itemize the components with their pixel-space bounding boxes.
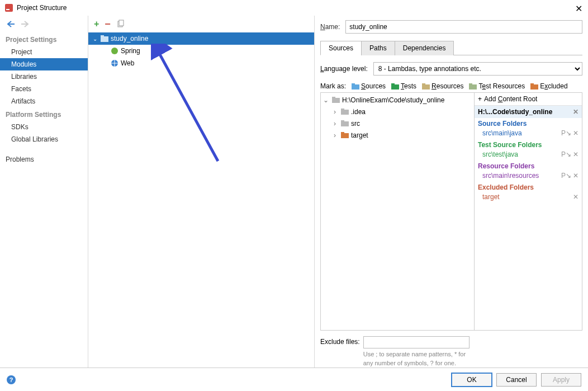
cancel-button[interactable]: Cancel [496,373,537,387]
mark-as-label: Mark as: [320,82,346,90]
language-level-select[interactable]: 8 - Lambdas, type annotations etc. [373,62,582,76]
nav-arrows [0,18,88,32]
section-title: Resource Folders [478,162,578,170]
chevron-down-icon[interactable]: ⌄ [322,96,330,104]
facet-label: Spring [121,47,140,55]
properties-icon[interactable]: P↘ [561,129,571,137]
source-folder-item[interactable]: src\main\java P↘✕ [478,129,578,139]
remove-content-root-icon[interactable]: ✕ [573,108,578,116]
facet-label: Web [121,59,134,67]
remove-icon[interactable]: − [105,18,111,30]
module-toolbar: + − [88,16,314,32]
apply-button[interactable]: Apply [541,373,581,387]
back-icon[interactable] [7,20,16,28]
excluded-folders-section: Excluded Folders target ✕ [475,182,582,203]
tab-sources[interactable]: Sources [320,41,362,55]
name-input[interactable] [345,20,582,34]
sidebar-item-project[interactable]: Project [0,46,88,58]
content-root-panel: + Add Content Root H:\...Code\study_onli… [474,93,582,330]
resource-folders-section: Resource Folders src\main\resources P↘✕ [475,161,582,182]
window-title: Project Structure [17,4,67,12]
module-tree: ⌄ study_online Spring Web [88,32,314,368]
folder-label: .idea [351,108,366,116]
add-content-root[interactable]: + Add Content Root [475,93,582,106]
tree-row-spring[interactable]: Spring [88,45,314,57]
file-tree-item-idea[interactable]: › .idea [321,106,474,117]
mark-sources[interactable]: Sources [352,82,386,90]
chevron-right-icon[interactable]: › [331,131,339,139]
svg-rect-19 [332,97,335,98]
svg-rect-20 [341,110,349,115]
name-label: Name: [320,23,340,31]
svg-rect-8 [352,84,359,89]
svg-rect-18 [332,98,340,103]
module-tree-panel: + − ⌄ study_online Spring Web [88,16,315,368]
mark-resources[interactable]: Resources [422,82,463,90]
sidebar-item-facets[interactable]: Facets [0,83,88,95]
chevron-right-icon[interactable]: › [331,108,339,116]
tab-paths[interactable]: Paths [361,41,395,55]
folder-icon [341,132,349,139]
add-icon[interactable]: + [94,19,99,29]
properties-icon[interactable]: P↘ [561,172,571,180]
svg-rect-15 [469,83,472,85]
folder-icon [341,109,349,115]
bottom-bar: ? OK Cancel Apply [0,368,588,391]
folder-icon [341,120,349,127]
forward-icon[interactable] [20,20,29,28]
content-root-path[interactable]: H:\...Code\study_online ✕ [475,106,582,118]
sidebar-item-global-libraries[interactable]: Global Libraries [0,133,88,145]
tree-row-web[interactable]: Web [88,57,314,69]
exclude-files-input[interactable] [363,336,470,348]
chevron-down-icon[interactable]: ⌄ [92,36,98,42]
file-tree-root[interactable]: ⌄ H:\OnlineExam\Code\study_online [321,94,474,106]
svg-rect-1 [6,9,10,10]
help-icon[interactable]: ? [7,375,16,384]
file-tree-item-target[interactable]: › target [321,129,474,141]
folder-label: src [351,120,360,128]
name-row: Name: [320,20,582,34]
sidebar-item-artifacts[interactable]: Artifacts [0,95,88,107]
tab-dependencies[interactable]: Dependencies [395,41,454,55]
source-folders-section: Source Folders src\main\java P↘✕ [475,118,582,139]
test-source-folder-item[interactable]: src\test\java P↘✕ [478,150,578,161]
module-details: Name: Sources Paths Dependencies Languag… [315,16,588,368]
ok-button[interactable]: OK [452,373,492,387]
sidebar-item-sdks[interactable]: SDKs [0,121,88,133]
close-icon[interactable]: ✕ [575,3,582,14]
section-title: Excluded Folders [478,183,578,191]
module-icon [101,35,108,42]
mark-test-resources[interactable]: Test Resources [469,82,525,90]
svg-rect-5 [101,35,104,37]
tree-row-root[interactable]: ⌄ study_online [88,32,314,45]
titlebar: Project Structure ✕ [0,0,588,16]
svg-rect-4 [101,36,108,42]
sidebar-item-libraries[interactable]: Libraries [0,70,88,83]
mark-as-row: Mark as: Sources Tests Resources Test Re… [320,82,582,90]
resource-folder-item[interactable]: src\main\resources P↘✕ [478,171,578,182]
svg-rect-3 [119,20,124,26]
chevron-right-icon[interactable]: › [331,120,339,128]
app-icon [4,3,13,12]
remove-icon[interactable]: ✕ [573,193,578,201]
properties-icon[interactable]: P↘ [561,150,571,158]
language-level-row: Language level: 8 - Lambdas, type annota… [320,62,582,76]
sidebar-item-problems[interactable]: Problems [0,153,88,166]
language-level-label: Language level: [320,65,368,73]
module-name: study_online [111,35,148,43]
file-tree-root-label: H:\OnlineExam\Code\study_online [342,96,444,104]
copy-icon[interactable] [116,20,125,29]
spring-icon [111,47,118,55]
remove-icon[interactable]: ✕ [573,129,578,137]
excluded-folder-item[interactable]: target ✕ [478,192,578,203]
remove-icon[interactable]: ✕ [573,172,578,180]
sources-area: ⌄ H:\OnlineExam\Code\study_online › .ide… [320,92,582,331]
mark-tests[interactable]: Tests [391,82,416,90]
svg-rect-10 [391,84,399,89]
file-tree-item-src[interactable]: › src [321,117,474,129]
folder-icon [332,97,340,103]
remove-icon[interactable]: ✕ [573,150,578,158]
svg-rect-21 [341,109,344,110]
sidebar-item-modules[interactable]: Modules [0,58,88,70]
mark-excluded[interactable]: Excluded [530,82,567,90]
